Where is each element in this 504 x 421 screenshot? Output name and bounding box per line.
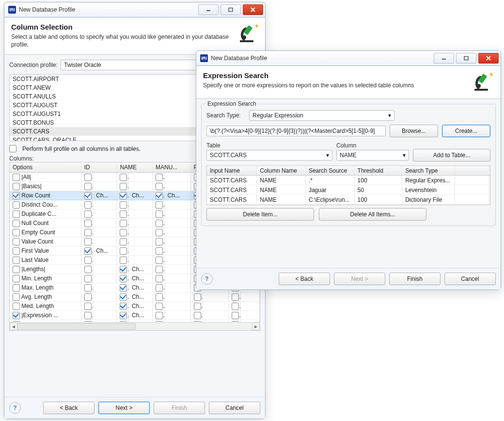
cell-checkbox[interactable] <box>156 183 163 190</box>
cell-checkbox[interactable] <box>120 275 127 282</box>
column-header[interactable]: Threshold <box>354 166 402 176</box>
option-checkbox[interactable] <box>13 321 20 322</box>
column-header[interactable]: NAME <box>117 162 153 173</box>
cell-checkbox[interactable] <box>84 257 92 264</box>
finish-button[interactable]: Finish <box>389 273 441 285</box>
table-row[interactable]: SCOTT.CARSNAME.*100Regular Expres... <box>207 176 490 185</box>
cell-checkbox[interactable] <box>232 321 239 322</box>
option-checkbox[interactable] <box>13 201 20 209</box>
column-header[interactable]: Search Type <box>402 166 455 176</box>
cell-checkbox[interactable] <box>120 321 127 322</box>
help-icon[interactable]: ? <box>9 402 21 414</box>
cell-checkbox[interactable] <box>120 238 127 245</box>
table-row[interactable]: Avg. LengthCh... <box>10 292 260 302</box>
cell-checkbox[interactable] <box>156 247 163 255</box>
cell-checkbox[interactable] <box>120 284 127 291</box>
cell-checkbox[interactable] <box>84 220 92 227</box>
finish-button[interactable]: Finish <box>154 402 205 414</box>
option-checkbox[interactable] <box>13 210 20 218</box>
option-checkbox[interactable] <box>13 303 20 310</box>
column-header[interactable]: MANU... <box>153 162 191 173</box>
back-button[interactable]: < Back <box>279 273 330 285</box>
option-checkbox[interactable] <box>13 284 20 291</box>
cell-checkbox[interactable] <box>156 303 163 310</box>
option-checkbox[interactable] <box>13 293 20 301</box>
table-row[interactable]: |Expression ...Ch... <box>10 311 260 320</box>
cell-checkbox[interactable] <box>120 312 127 319</box>
next-button[interactable]: Next > <box>334 273 385 285</box>
option-checkbox[interactable] <box>13 238 20 245</box>
option-checkbox[interactable] <box>13 275 20 282</box>
cell-checkbox[interactable] <box>120 303 127 310</box>
cell-checkbox[interactable] <box>156 174 163 181</box>
maximize-button[interactable] <box>456 53 476 64</box>
cell-checkbox[interactable] <box>156 293 163 301</box>
cell-checkbox[interactable] <box>120 210 127 218</box>
column-header[interactable]: Input Name <box>207 166 257 176</box>
delete-item-button[interactable]: Delete Item... <box>206 208 314 221</box>
cell-checkbox[interactable] <box>120 201 127 209</box>
column-select[interactable]: NAME ▾ <box>336 150 409 161</box>
cell-checkbox[interactable] <box>84 201 92 209</box>
cell-checkbox[interactable] <box>156 238 163 245</box>
cell-checkbox[interactable] <box>84 210 92 218</box>
cell-checkbox[interactable] <box>120 192 127 199</box>
next-button[interactable]: Next > <box>98 402 150 414</box>
cell-checkbox[interactable] <box>232 293 239 301</box>
cell-checkbox[interactable] <box>84 174 92 181</box>
cell-checkbox[interactable] <box>84 192 92 199</box>
cell-checkbox[interactable] <box>84 266 92 273</box>
cell-checkbox[interactable] <box>120 293 127 301</box>
cell-checkbox[interactable] <box>84 293 92 301</box>
cell-checkbox[interactable] <box>84 284 92 291</box>
cell-checkbox[interactable] <box>84 183 92 190</box>
cell-checkbox[interactable] <box>120 257 127 264</box>
option-checkbox[interactable] <box>13 174 20 181</box>
horizontal-scrollbar[interactable]: ◂ ▸ <box>10 322 260 330</box>
cell-checkbox[interactable] <box>84 229 92 236</box>
add-to-table-button[interactable]: Add to Table... <box>413 149 490 162</box>
cell-checkbox[interactable] <box>194 303 201 310</box>
search-type-select[interactable]: Regular Expression ▾ <box>249 110 394 121</box>
table-row[interactable]: SCOTT.CARSNAMEC:\Eclipse\run...100Dictio… <box>207 195 490 205</box>
column-header[interactable]: Column Name <box>257 166 306 176</box>
full-profile-checkbox[interactable] <box>9 145 16 152</box>
cell-checkbox[interactable] <box>156 266 163 273</box>
column-header[interactable]: Search Source <box>305 166 354 176</box>
cell-checkbox[interactable] <box>232 312 239 319</box>
table-row[interactable]: Med. LengthCh... <box>10 302 260 311</box>
cell-checkbox[interactable] <box>194 321 201 322</box>
cell-checkbox[interactable] <box>120 247 127 255</box>
cell-checkbox[interactable] <box>156 284 163 291</box>
cell-checkbox[interactable] <box>156 229 163 236</box>
help-icon[interactable]: ? <box>201 273 213 285</box>
titlebar[interactable]: IRI New Database Profile <box>196 51 501 66</box>
cell-checkbox[interactable] <box>194 293 201 301</box>
minimize-button[interactable] <box>434 53 454 64</box>
minimize-button[interactable] <box>198 4 219 15</box>
cell-checkbox[interactable] <box>156 275 163 282</box>
column-header[interactable] <box>455 166 490 176</box>
titlebar[interactable]: IRI New Database Profile <box>4 2 265 17</box>
results-table[interactable]: Input NameColumn NameSearch SourceThresh… <box>206 165 490 205</box>
close-button[interactable] <box>478 53 499 64</box>
cell-checkbox[interactable] <box>84 312 92 319</box>
cell-checkbox[interactable] <box>120 229 127 236</box>
cell-checkbox[interactable] <box>84 238 92 245</box>
table-select[interactable]: SCOTT.CARS ▾ <box>206 150 332 161</box>
cell-checkbox[interactable] <box>120 220 127 227</box>
option-checkbox[interactable] <box>13 247 20 255</box>
cell-checkbox[interactable] <box>156 312 163 319</box>
scroll-left-icon[interactable]: ◂ <box>10 323 17 330</box>
delete-all-items-button[interactable]: Delete All Items... <box>319 208 426 221</box>
option-checkbox[interactable] <box>13 220 20 227</box>
option-checkbox[interactable] <box>13 312 20 319</box>
cell-checkbox[interactable] <box>84 247 92 255</box>
cell-checkbox[interactable] <box>232 303 239 310</box>
close-button[interactable] <box>243 4 263 15</box>
cell-checkbox[interactable] <box>84 303 92 310</box>
column-header[interactable]: ID <box>81 162 117 173</box>
option-checkbox[interactable] <box>13 183 20 190</box>
cell-checkbox[interactable] <box>156 201 163 209</box>
option-checkbox[interactable] <box>13 229 20 236</box>
